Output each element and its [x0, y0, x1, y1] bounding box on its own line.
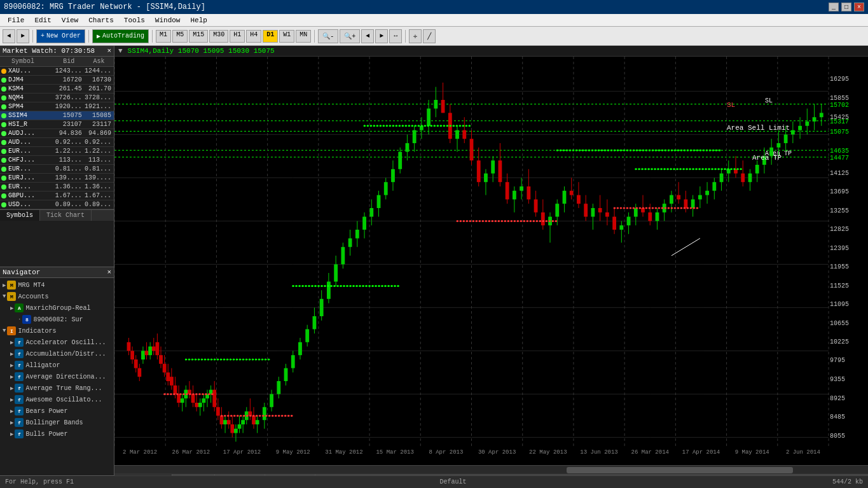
market-watch-tabs: Symbols Tick Chart — [0, 209, 114, 221]
toolbar-separator-4 — [314, 30, 315, 43]
mw-col-bid: Bid — [54, 57, 84, 66]
app-title: 89006082: MRG Trader Network - [SSIM4,Da… — [4, 3, 205, 11]
chart-area: ▼ SSIM4,Daily 15070 15095 15030 15075 SS… — [114, 46, 868, 488]
nav-item[interactable]: ▼ M Accounts — [0, 291, 114, 302]
autotrading-button[interactable]: ▶ AutoTrading — [92, 29, 149, 43]
mw-close-icon[interactable]: × — [107, 47, 111, 55]
title-bar: 89006082: MRG Trader Network - [SSIM4,Da… — [0, 0, 868, 14]
nav-item[interactable]: ▶ M MRG MT4 — [0, 279, 114, 291]
status-memory: 544/2 kb — [832, 478, 863, 485]
navigator-header: Navigator × — [0, 267, 114, 278]
menu-tools[interactable]: Tools — [119, 17, 150, 24]
main-chart-canvas[interactable] — [114, 57, 868, 465]
toolbar-separator-3 — [152, 30, 153, 43]
tf-d1[interactable]: D1 — [263, 30, 278, 43]
chart-title: SSIM4,Daily 15070 15095 15030 15075 — [128, 47, 275, 55]
nav-item[interactable]: ▶ f Accumulation/Distr... — [0, 348, 114, 359]
menu-bar: File Edit View Charts Tools Window Help — [0, 14, 868, 27]
toolbar-separator-1 — [32, 30, 33, 43]
status-help: For Help, press F1 — [5, 478, 74, 485]
close-button[interactable]: × — [854, 3, 864, 11]
market-watch: Market Watch: 07:30:58 × Symbol Bid Ask … — [0, 46, 114, 267]
nav-item[interactable]: ▶ f Average True Rang... — [0, 382, 114, 394]
market-watch-row[interactable]: NQM4 3726... 3728... — [0, 94, 114, 102]
tf-h1[interactable]: H1 — [230, 30, 245, 43]
menu-window[interactable]: Window — [150, 17, 186, 24]
status-center: Default — [440, 478, 467, 485]
chart-arrow-icon: ▼ — [118, 47, 123, 55]
main-layout: Market Watch: 07:30:58 × Symbol Bid Ask … — [0, 46, 868, 488]
tf-m15[interactable]: M15 — [189, 30, 208, 43]
auto-scroll-button[interactable]: ↔ — [389, 29, 402, 43]
new-order-icon: + — [41, 32, 45, 39]
tf-m30[interactable]: M30 — [209, 30, 228, 43]
chart-scrollbar[interactable] — [114, 465, 868, 474]
scroll-left-button[interactable]: ◄ — [361, 29, 374, 43]
toolbar-separator-2 — [88, 30, 89, 43]
chart-canvas-area[interactable] — [114, 57, 868, 465]
nav-item[interactable]: ▶ f Bears Power — [0, 405, 114, 417]
mw-column-headers: Symbol Bid Ask — [0, 57, 114, 67]
tf-h4[interactable]: H4 — [246, 30, 261, 43]
nav-item[interactable]: ▼ I Indicators — [0, 325, 114, 337]
market-watch-row[interactable]: EUR... 1.22... 1.22... — [0, 147, 114, 156]
nav-item[interactable]: ▶ f Accelerator Oscill... — [0, 337, 114, 348]
market-watch-row[interactable]: EURJ... 139.... 139.... — [0, 174, 114, 183]
minimize-button[interactable]: _ — [829, 3, 839, 11]
zoom-out-button[interactable]: 🔍- — [318, 29, 338, 43]
status-bar: For Help, press F1 Default 544/2 kb — [0, 475, 868, 488]
autotrading-icon: ▶ — [97, 32, 100, 40]
market-watch-row[interactable]: DJM4 16720 16730 — [0, 76, 114, 85]
menu-charts[interactable]: Charts — [83, 17, 119, 24]
market-watch-row[interactable]: HSI_R 23107 23117 — [0, 120, 114, 129]
nav-item[interactable]: ▶ f Bollinger Bands — [0, 417, 114, 428]
toolbar-separator-5 — [405, 30, 406, 43]
new-order-button[interactable]: + New Order — [36, 29, 85, 43]
market-watch-row[interactable]: SSIM4 15075 15085 — [0, 111, 114, 120]
menu-view[interactable]: View — [57, 17, 83, 24]
nav-item[interactable]: ▶ A MaxrichGroup-Real — [0, 302, 114, 314]
market-watch-rows: XAU... 1243... 1244... DJM4 16720 16730 … — [0, 67, 114, 209]
toolbar-forward[interactable]: ► — [17, 29, 29, 43]
navigator-content: ▶ M MRG MT4 ▼ M Accounts ▶ A MaxrichGrou… — [0, 278, 114, 477]
tf-w1[interactable]: W1 — [279, 30, 294, 43]
scroll-right-button[interactable]: ► — [375, 29, 388, 43]
mw-tab-symbols[interactable]: Symbols — [0, 210, 40, 221]
navigator: Navigator × ▶ M MRG MT4 ▼ M Accounts ▶ A… — [0, 267, 114, 488]
market-watch-row[interactable]: AUDJ... 94.836 94.869 — [0, 129, 114, 138]
menu-edit[interactable]: Edit — [29, 17, 56, 24]
menu-help[interactable]: Help — [185, 17, 212, 24]
market-watch-row[interactable]: EUR... 0.81... 0.81... — [0, 165, 114, 174]
nav-item[interactable]: ▶ f Average Directiona... — [0, 371, 114, 382]
tf-m1[interactable]: M1 — [156, 30, 171, 43]
toolbar-back[interactable]: ◄ — [3, 29, 15, 43]
window-controls[interactable]: _ □ × — [829, 3, 864, 11]
chart-header: ▼ SSIM4,Daily 15070 15095 15030 15075 — [114, 46, 868, 57]
crosshair-button[interactable]: ✛ — [409, 29, 422, 43]
nav-item[interactable]: ▶ f Awesome Oscillato... — [0, 394, 114, 405]
nav-item[interactable]: ▶ f Alligator — [0, 359, 114, 371]
nav-item[interactable]: · 8 89006082: Sur — [0, 314, 114, 325]
nav-item[interactable]: ▶ f Bulls Power — [0, 428, 114, 440]
market-watch-row[interactable]: GBPU... 1.67... 1.67... — [0, 192, 114, 200]
mw-col-ask: Ask — [84, 57, 114, 66]
scrollbar-thumb[interactable] — [567, 467, 793, 473]
menu-file[interactable]: File — [3, 17, 29, 24]
toolbar: ◄ ► + New Order ▶ AutoTrading M1 M5 M15 … — [0, 27, 868, 46]
market-watch-row[interactable]: SPM4 1920... 1921... — [0, 102, 114, 111]
maximize-button[interactable]: □ — [841, 3, 851, 11]
market-watch-row[interactable]: USD... 0.89... 0.89... — [0, 200, 114, 209]
zoom-in-button[interactable]: 🔍+ — [340, 29, 360, 43]
tf-mn[interactable]: MN — [296, 30, 311, 43]
left-panel: Market Watch: 07:30:58 × Symbol Bid Ask … — [0, 46, 114, 488]
mw-tab-tick[interactable]: Tick Chart — [40, 210, 92, 221]
market-watch-row[interactable]: AUD... 0.92... 0.92... — [0, 138, 114, 147]
market-watch-row[interactable]: XAU... 1243... 1244... — [0, 67, 114, 76]
market-watch-row[interactable]: EUR... 1.36... 1.36... — [0, 183, 114, 192]
mw-col-symbol: Symbol — [0, 57, 54, 66]
tf-m5[interactable]: M5 — [172, 30, 188, 43]
nav-close-icon[interactable]: × — [107, 268, 111, 276]
line-tool-button[interactable]: ╱ — [423, 29, 436, 43]
market-watch-row[interactable]: KSM4 261.45 261.70 — [0, 85, 114, 94]
market-watch-row[interactable]: CHFJ... 113... 113... — [0, 156, 114, 165]
